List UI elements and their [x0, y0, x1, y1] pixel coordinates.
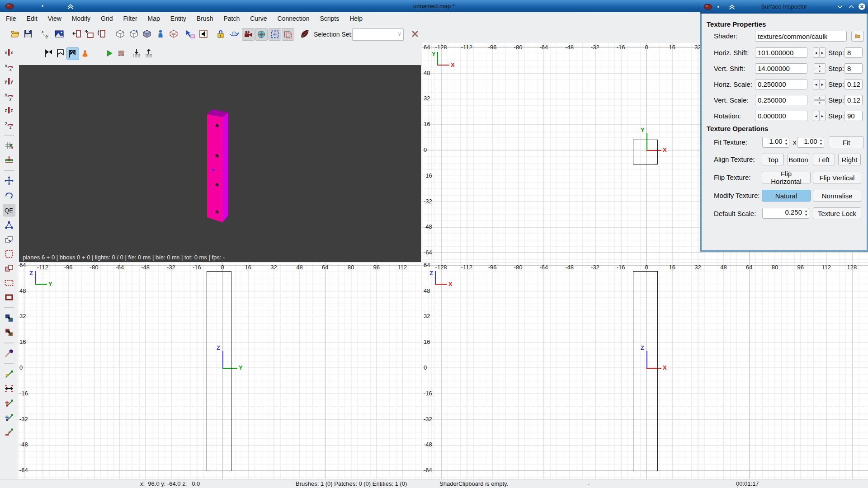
entity-person-button[interactable]: [155, 28, 166, 40]
view-2d-yz-front[interactable]: -112-96-80-64-48-32-16016324864809611264…: [18, 263, 421, 479]
flip-y-axis-button[interactable]: yy: [3, 75, 15, 87]
vert-shift-decrement-button[interactable]: ▾: [814, 69, 826, 74]
flag-outline-button[interactable]: [55, 47, 66, 59]
window-maximize-icon[interactable]: [847, 3, 855, 11]
rotate-y-axis-button[interactable]: yy: [3, 90, 15, 102]
viewport-3d[interactable]: planes 6 + 0 | bboxs 0 + 0 | lights: 0 /…: [19, 65, 421, 262]
patch-remove-button[interactable]: [3, 426, 15, 438]
clone-tool-button[interactable]: [3, 234, 15, 245]
translate-tool-button[interactable]: [3, 175, 15, 187]
vert-scale-field[interactable]: [755, 95, 807, 105]
texture-lock-button[interactable]: [215, 28, 226, 40]
horiz-shift-increment-button[interactable]: ▸: [819, 47, 826, 58]
normalise-button[interactable]: Normalise: [813, 190, 861, 202]
default-scale-spinbox[interactable]: 0.250 ▴▾: [762, 208, 809, 219]
patch-insert-blue-button[interactable]: [3, 412, 15, 423]
rotation-decrement-button[interactable]: ◂: [813, 111, 819, 121]
menu-curve[interactable]: Curve: [249, 14, 268, 23]
cubic-clip-button[interactable]: [255, 28, 268, 41]
menu-brush[interactable]: Brush: [195, 14, 215, 23]
menu-connection[interactable]: Connection: [276, 14, 311, 23]
menu-patch[interactable]: Patch: [222, 14, 241, 23]
brush-outline-2d[interactable]: [633, 271, 658, 471]
texture-lock-button[interactable]: Texture Lock: [813, 207, 861, 219]
region-tool-button[interactable]: [3, 291, 15, 303]
vertex-tool-button[interactable]: [3, 219, 15, 231]
fit-height-spinbox[interactable]: 1.00 ▴▾: [797, 137, 824, 148]
menu-view[interactable]: View: [47, 14, 63, 23]
selected-brush[interactable]: [19, 65, 421, 262]
open-file-button[interactable]: [9, 28, 21, 40]
horiz-shift-field[interactable]: [755, 47, 807, 58]
flip-vertical-button[interactable]: [83, 28, 95, 40]
save-camera-button[interactable]: [131, 47, 142, 59]
rotation-increment-button[interactable]: ▸: [819, 111, 826, 121]
horiz-scale-field[interactable]: [755, 79, 807, 89]
rotate-x-axis-button[interactable]: xx: [3, 61, 15, 73]
menu-filter[interactable]: Filter: [122, 14, 138, 23]
flip-horizontal-button[interactable]: Flip Horizontal: [762, 172, 811, 183]
patch-star-button[interactable]: [3, 368, 15, 380]
cone-light-button[interactable]: [79, 47, 91, 59]
fit-width-spinbox[interactable]: 1.00 ▴▾: [762, 137, 789, 148]
vert-scale-decrement-button[interactable]: ▾: [814, 100, 826, 105]
sound-speaker-button[interactable]: [198, 28, 209, 40]
rotate-orbit-button[interactable]: [228, 28, 240, 40]
spinner-arrows-icon[interactable]: ▴▾: [805, 209, 807, 217]
patch-handles-button[interactable]: [3, 383, 15, 394]
patch-insert-red-button[interactable]: [3, 397, 15, 409]
menu-file[interactable]: File: [5, 14, 18, 23]
play-button[interactable]: [104, 47, 115, 59]
background-image-button[interactable]: [53, 28, 65, 40]
flip-horizontal-button[interactable]: [71, 28, 83, 40]
save-file-button[interactable]: [22, 28, 34, 40]
apply-texture-button[interactable]: [184, 28, 196, 40]
shader-field[interactable]: [755, 31, 847, 42]
window-minimize-icon[interactable]: [836, 3, 844, 11]
snap-grid-button[interactable]: [3, 140, 15, 151]
rotate-z-axis-button[interactable]: zz: [3, 119, 15, 131]
fit-button[interactable]: Fit: [829, 136, 864, 148]
align-bottom-button[interactable]: Botton: [788, 154, 809, 165]
menu-edit[interactable]: Edit: [25, 14, 39, 23]
flip-rotate-button[interactable]: [95, 28, 107, 40]
selection-blue-button[interactable]: [269, 28, 281, 41]
flag-pattern-button[interactable]: [66, 47, 79, 60]
cube-merge-button[interactable]: [128, 28, 140, 40]
xy-view-button[interactable]: xy: [40, 28, 52, 40]
rotate-tool-button[interactable]: [3, 189, 15, 201]
vert-shift-field[interactable]: [755, 63, 807, 74]
vert-shift-step-field[interactable]: [844, 63, 863, 74]
selection-set-clear-button[interactable]: [409, 28, 421, 40]
brush-outline-2d[interactable]: [633, 140, 658, 164]
copy-face-button[interactable]: [3, 263, 15, 274]
brush-paint-button[interactable]: [3, 347, 15, 359]
flip-x-axis-button[interactable]: xx: [3, 47, 15, 58]
flag-bowtie-button[interactable]: [43, 47, 55, 59]
flip-vertical-button[interactable]: Flip Vertical: [813, 172, 861, 183]
rotation-field[interactable]: [755, 111, 807, 121]
horiz-shift-step-field[interactable]: [844, 47, 863, 58]
rotation-step-field[interactable]: [844, 111, 863, 121]
selection-set-combo[interactable]: ∨: [352, 28, 404, 41]
align-right-button[interactable]: Right: [838, 154, 861, 165]
vert-shift-increment-button[interactable]: ▴: [814, 63, 826, 68]
vert-scale-step-field[interactable]: [844, 95, 863, 105]
camera-view-button[interactable]: [242, 28, 255, 41]
horiz-shift-decrement-button[interactable]: ◂: [813, 47, 819, 58]
brush-outline-2d[interactable]: [207, 271, 231, 471]
stop-dotted-button[interactable]: [115, 47, 127, 59]
load-camera-button[interactable]: [143, 47, 155, 59]
horiz-scale-increment-button[interactable]: ▸: [819, 79, 826, 89]
csg-subtract-button[interactable]: [3, 327, 15, 338]
shader-browse-button[interactable]: [851, 31, 864, 42]
qe-tool-button[interactable]: QE: [3, 204, 15, 216]
cube-textured-button[interactable]: [141, 28, 153, 40]
texture-leaf-button[interactable]: [299, 28, 311, 40]
spinner-arrows-icon[interactable]: ▴▾: [820, 138, 822, 146]
natural-button[interactable]: Natural: [762, 190, 811, 202]
menu-grid[interactable]: Grid: [99, 14, 114, 23]
cube-outline-button[interactable]: [114, 28, 126, 40]
horiz-scale-decrement-button[interactable]: ◂: [813, 79, 819, 89]
horiz-scale-step-field[interactable]: [844, 79, 863, 89]
